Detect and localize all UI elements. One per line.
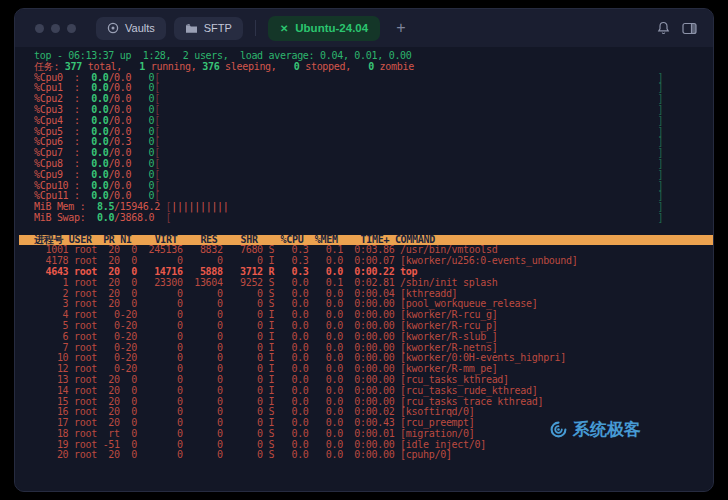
process-row: 1001 root 20 0 245136 8832 7680 S 0.3 0.…: [34, 245, 707, 256]
tab-label: Ubuntu-24.04: [295, 22, 368, 34]
sftp-button-label: SFTP: [204, 22, 232, 34]
process-row: 10 root 0-20 0 0 0 I 0.0 0.0 0:00.00 [kw…: [34, 353, 707, 364]
cpu-meter-line: %Cpu5 : 0.0/0.0 0[ ]: [34, 127, 707, 138]
cpu-meter-line: %Cpu1 : 0.0/0.0 0[ ]: [34, 83, 707, 94]
cpu-meter-line: %Cpu3 : 0.0/0.0 0[ ]: [34, 105, 707, 116]
process-row: 20 root 20 0 0 0 0 S 0.0 0.0 0:00.00 [cp…: [34, 450, 707, 461]
process-row: 16 root 20 0 0 0 0 S 0.0 0.0 0:00.02 [ks…: [34, 407, 707, 418]
process-row: 15 root 20 0 0 0 0 I 0.0 0.0 0:00.00 [rc…: [34, 397, 707, 408]
process-row: 4178 root 20 0 0 0 0 I 0.3 0.0 0:00.07 […: [34, 256, 707, 267]
process-row: 3 root 20 0 0 0 0 S 0.0 0.0 0:00.00 [poo…: [34, 299, 707, 310]
process-row: 6 root 0-20 0 0 0 I 0.0 0.0 0:00.00 [kwo…: [34, 332, 707, 343]
vault-icon: [107, 22, 119, 34]
terminal-screen[interactable]: top - 06:13:37 up 1:28, 2 users, load av…: [15, 47, 713, 492]
cpu-meter-line: %Cpu6 : 0.0/0.3 0[ ]: [34, 137, 707, 148]
tabbar-divider: [255, 20, 256, 36]
new-tab-button[interactable]: +: [388, 20, 413, 36]
folder-icon: [185, 23, 198, 34]
process-row: 4643 root 20 0 14716 5888 3712 R 0.3 0.0…: [34, 267, 707, 278]
window-control-maximize[interactable]: [67, 24, 76, 33]
terminal-window: Vaults SFTP ✕ Ubuntu-24.04 + top - 06:13…: [14, 8, 714, 492]
notifications-bell-icon[interactable]: [655, 19, 672, 37]
process-row: 13 root 20 0 0 0 0 I 0.0 0.0 0:00.00 [rc…: [34, 375, 707, 386]
cpu-meter-line: %Cpu7 : 0.0/0.0 0[ ]: [34, 148, 707, 159]
toggle-panel-icon[interactable]: [680, 20, 699, 37]
window-controls: [35, 24, 76, 33]
cpu-meter-line: %Cpu4 : 0.0/0.0 0[ ]: [34, 116, 707, 127]
uptime-line: top - 06:13:37 up 1:28, 2 users, load av…: [34, 51, 707, 62]
cpu-meter-line: %Cpu9 : 0.0/0.0 0[ ]: [34, 170, 707, 181]
process-row: 5 root 0-20 0 0 0 I 0.0 0.0 0:00.00 [kwo…: [34, 321, 707, 332]
mem-line: MiB Mem : 8.5/15946.2 [|||||||||| ]: [34, 202, 707, 213]
process-row: 18 root rt 0 0 0 0 S 0.0 0.0 0:00.01 [mi…: [34, 429, 707, 440]
process-row: 14 root 20 0 0 0 0 I 0.0 0.0 0:00.00 [rc…: [34, 386, 707, 397]
tasks-line: 任务: 377 total, 1 running, 376 sleeping, …: [34, 62, 707, 73]
swap-line: MiB Swap: 0.0/3868.0 [ ]: [34, 213, 707, 224]
cpu-meter-line: %Cpu0 : 0.0/0.0 0[ ]: [34, 73, 707, 84]
process-row: 7 root 0-20 0 0 0 I 0.0 0.0 0:00.00 [kwo…: [34, 343, 707, 354]
process-row: 1 root 20 0 23300 13604 9252 S 0.0 0.1 0…: [34, 278, 707, 289]
vaults-button[interactable]: Vaults: [96, 17, 166, 40]
cpu-meter-line: %Cpu11 : 0.0/0.0 0[ ]: [34, 191, 707, 202]
blank-line: [34, 224, 707, 235]
tab-close-icon[interactable]: ✕: [280, 23, 288, 34]
process-row: 4 root 0-20 0 0 0 I 0.0 0.0 0:00.00 [kwo…: [34, 310, 707, 321]
tab-ubuntu-24-04[interactable]: ✕ Ubuntu-24.04: [268, 16, 380, 41]
cpu-meter-line: %Cpu10 : 0.0/0.0 0[ ]: [34, 181, 707, 192]
window-top-bar: Vaults SFTP ✕ Ubuntu-24.04 +: [15, 9, 713, 47]
window-control-close[interactable]: [35, 24, 44, 33]
cpu-meter-line: %Cpu8 : 0.0/0.0 0[ ]: [34, 159, 707, 170]
process-row: 12 root 0-20 0 0 0 I 0.0 0.0 0:00.00 [kw…: [34, 364, 707, 375]
vaults-button-label: Vaults: [125, 22, 155, 34]
process-row: 19 root -51 0 0 0 0 S 0.0 0.0 0:00.00 [i…: [34, 440, 707, 451]
process-row: 2 root 20 0 0 0 0 S 0.0 0.0 0:00.04 [kth…: [34, 289, 707, 300]
sftp-button[interactable]: SFTP: [174, 17, 243, 40]
cpu-meter-line: %Cpu2 : 0.0/0.0 0[ ]: [34, 94, 707, 105]
process-row: 17 root 20 0 0 0 0 I 0.0 0.0 0:00.43 [rc…: [34, 418, 707, 429]
process-table-header: 进程号 USER PR NI VIRT RES SHR %CPU %MEM TI…: [19, 235, 713, 246]
window-control-minimize[interactable]: [51, 24, 60, 33]
